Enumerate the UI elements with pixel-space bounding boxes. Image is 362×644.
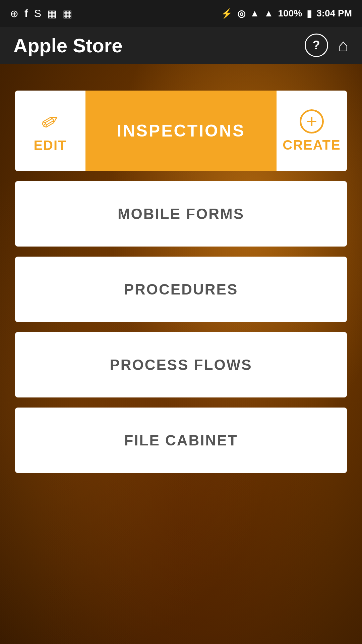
procedures-label: PROCEDURES	[124, 281, 238, 298]
home-icon: ⌂	[338, 36, 349, 55]
home-button[interactable]: ⌂	[338, 35, 349, 55]
battery-icon: ▮	[307, 8, 312, 19]
pencil-icon: ✏	[36, 106, 64, 137]
main-background: ✏ EDIT INSPECTIONS + CREATE MOBILE FORMS…	[0, 64, 362, 644]
create-plus-icon: +	[300, 109, 324, 133]
status-icons-right: ⚡ ◎ ▲ ▲ 100% ▮ 3:04 PM	[221, 8, 352, 19]
status-icons-left: ⊕ f S ▦ ▦	[10, 7, 72, 20]
process-flows-button[interactable]: PROCESS FLOWS	[15, 332, 347, 397]
edit-label: EDIT	[34, 138, 67, 153]
help-icon: ?	[313, 38, 320, 52]
process-flows-label: PROCESS FLOWS	[110, 357, 252, 373]
procedures-button[interactable]: PROCEDURES	[15, 257, 347, 322]
skype-icon: S	[34, 7, 41, 20]
calendar-icon: ▦	[63, 8, 72, 19]
status-bar: ⊕ f S ▦ ▦ ⚡ ◎ ▲ ▲ 100% ▮ 3:04 PM	[0, 0, 362, 27]
gallery-icon: ▦	[47, 8, 57, 19]
file-cabinet-button[interactable]: FILE CABINET	[15, 408, 347, 473]
network-icon: ▲	[264, 8, 274, 19]
time-display: 3:04 PM	[316, 8, 352, 19]
inspections-title: INSPECTIONS	[85, 91, 277, 171]
help-button[interactable]: ?	[305, 34, 328, 57]
app-title: Apple Store	[13, 34, 123, 57]
inspections-panel: ✏ EDIT INSPECTIONS + CREATE	[15, 91, 347, 171]
signal-ring-icon: ◎	[237, 8, 245, 19]
wifi-icon: ▲	[250, 8, 259, 19]
plus-icon: ⊕	[10, 8, 18, 19]
bluetooth-icon: ⚡	[221, 8, 233, 19]
header-action-icons: ? ⌂	[305, 34, 349, 57]
facebook-icon: f	[24, 7, 28, 20]
battery-percent: 100%	[278, 8, 302, 19]
mobile-forms-button[interactable]: MOBILE FORMS	[15, 181, 347, 247]
main-content: ✏ EDIT INSPECTIONS + CREATE MOBILE FORMS…	[0, 64, 362, 473]
file-cabinet-label: FILE CABINET	[124, 432, 238, 449]
edit-button[interactable]: ✏ EDIT	[15, 91, 85, 171]
create-label: CREATE	[283, 138, 341, 153]
create-button[interactable]: + CREATE	[277, 91, 347, 171]
app-header: Apple Store ? ⌂	[0, 27, 362, 64]
mobile-forms-label: MOBILE FORMS	[118, 206, 244, 222]
